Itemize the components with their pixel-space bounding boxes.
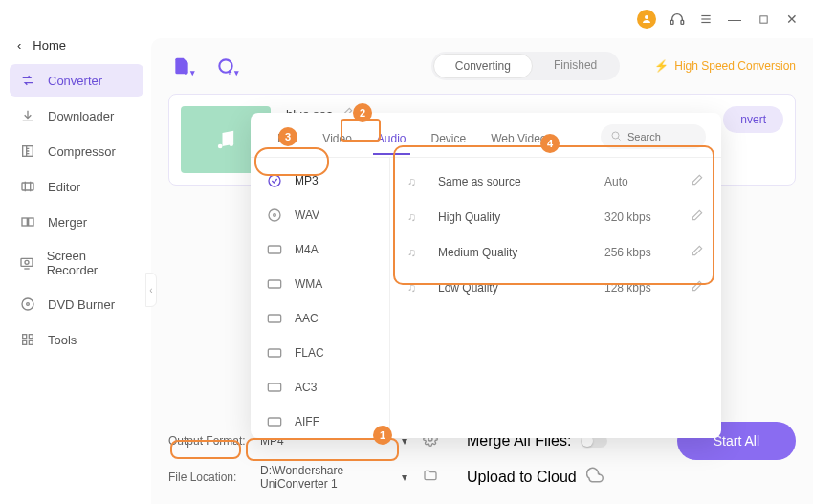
tools-icon — [19, 331, 36, 348]
user-avatar-icon[interactable] — [637, 10, 656, 29]
music-note-icon: ♫ — [407, 175, 425, 188]
sidebar-item-dvd-burner[interactable]: DVD Burner — [10, 288, 143, 320]
format-list: MP3 WAV M4A WMA AAC FLAC AC3 AIFF — [251, 158, 390, 438]
tab-finished[interactable]: Finished — [533, 54, 618, 78]
svg-rect-21 — [29, 340, 33, 344]
svg-point-24 — [230, 142, 234, 146]
svg-rect-20 — [23, 340, 27, 344]
svg-point-27 — [612, 132, 619, 139]
svg-rect-8 — [22, 183, 33, 190]
compressor-icon — [19, 142, 36, 160]
svg-rect-36 — [268, 383, 280, 391]
open-folder-icon[interactable] — [423, 468, 438, 487]
svg-rect-12 — [29, 218, 33, 226]
sidebar: ‹ Home Converter Downloader Compressor E… — [0, 38, 151, 504]
svg-point-30 — [269, 209, 280, 221]
sidebar-item-tools[interactable]: Tools — [10, 323, 143, 356]
tab-recent[interactable]: Rec — [266, 126, 309, 155]
music-note-icon: ♫ — [407, 281, 425, 295]
format-wav[interactable]: WAV — [251, 198, 389, 232]
sidebar-item-label: Tools — [48, 333, 77, 347]
svg-rect-32 — [268, 246, 280, 253]
sidebar-item-label: DVD Burner — [48, 297, 115, 312]
svg-point-0 — [645, 15, 648, 19]
svg-rect-11 — [22, 218, 27, 226]
edit-quality-icon[interactable] — [691, 279, 704, 296]
quality-same-as-source[interactable]: ♫ Same as source Auto — [390, 164, 721, 199]
cloud-icon[interactable] — [586, 467, 604, 488]
svg-point-23 — [218, 144, 223, 149]
close-button[interactable]: ✕ — [784, 11, 800, 27]
format-flac[interactable]: FLAC — [251, 336, 389, 370]
convert-button[interactable]: nvert — [723, 106, 783, 133]
sidebar-item-merger[interactable]: Merger — [10, 206, 143, 238]
svg-line-28 — [618, 138, 620, 140]
add-file-button[interactable]: + ▾ — [168, 53, 195, 79]
svg-point-31 — [274, 214, 276, 217]
sidebar-item-downloader[interactable]: Downloader — [10, 99, 143, 132]
sidebar-home[interactable]: ‹ Home — [10, 38, 143, 64]
svg-point-14 — [25, 260, 29, 264]
audio-format-icon — [266, 413, 283, 430]
maximize-button[interactable] — [756, 11, 771, 27]
search-icon — [610, 128, 622, 145]
audio-format-icon — [266, 207, 283, 224]
quality-medium[interactable]: ♫ Medium Quality 256 kbps — [390, 234, 721, 270]
add-disc-button[interactable]: + ▾ — [212, 53, 239, 79]
audio-format-icon — [266, 241, 283, 258]
download-icon — [19, 107, 36, 124]
sidebar-collapse-handle[interactable]: ‹ — [145, 273, 157, 307]
converter-icon — [19, 72, 36, 89]
tab-web-video[interactable]: Web Video — [479, 126, 558, 155]
svg-point-29 — [269, 175, 280, 186]
format-popup: Rec Video Audio Device Web Video MP3 WAV… — [251, 113, 721, 438]
svg-point-16 — [22, 298, 33, 310]
sidebar-item-screen-recorder[interactable]: Screen Recorder — [10, 241, 143, 285]
search-input[interactable] — [627, 131, 694, 142]
format-aac[interactable]: AAC — [251, 301, 389, 336]
sidebar-item-label: Merger — [48, 215, 87, 230]
sidebar-item-label: Editor — [48, 180, 80, 194]
high-speed-conversion-button[interactable]: ⚡ High Speed Conversion — [654, 59, 796, 73]
headset-icon[interactable] — [670, 11, 685, 27]
menu-icon[interactable] — [698, 11, 714, 27]
svg-rect-18 — [23, 335, 27, 339]
edit-quality-icon[interactable] — [691, 208, 704, 225]
tab-audio[interactable]: Audio — [365, 126, 418, 155]
segment-control: Converting Finished — [431, 52, 620, 80]
minimize-button[interactable]: — — [727, 11, 742, 27]
tab-video[interactable]: Video — [311, 126, 363, 155]
svg-rect-1 — [670, 20, 673, 24]
music-note-icon: ♫ — [407, 246, 425, 259]
editor-icon — [19, 178, 36, 195]
file-location-select[interactable]: D:\Wondershare UniConverter 1 ▾ — [260, 464, 413, 491]
sidebar-item-editor[interactable]: Editor — [10, 170, 143, 203]
format-m4a[interactable]: M4A — [251, 232, 389, 267]
sidebar-item-compressor[interactable]: Compressor — [10, 135, 143, 167]
quality-high[interactable]: ♫ High Quality 320 kbps — [390, 199, 721, 234]
svg-rect-2 — [681, 20, 684, 24]
format-aiff[interactable]: AIFF — [251, 405, 389, 438]
format-search[interactable] — [601, 124, 706, 149]
tab-converting[interactable]: Converting — [433, 54, 533, 78]
format-ac3[interactable]: AC3 — [251, 370, 389, 405]
svg-rect-35 — [268, 349, 280, 357]
tab-device[interactable]: Device — [420, 126, 478, 155]
svg-rect-6 — [759, 15, 766, 22]
svg-rect-34 — [268, 315, 280, 322]
format-wma[interactable]: WMA — [251, 267, 389, 301]
audio-format-icon — [266, 275, 283, 293]
chevron-down-icon: ▾ — [402, 471, 407, 484]
audio-format-icon — [266, 344, 283, 362]
output-format-label: Output Format: — [168, 434, 251, 448]
music-note-icon: ♫ — [407, 210, 425, 224]
format-mp3[interactable]: MP3 — [251, 164, 389, 198]
quality-low[interactable]: ♫ Low Quality 128 kbps — [390, 270, 721, 305]
sidebar-item-label: Downloader — [48, 109, 114, 123]
edit-quality-icon[interactable] — [691, 173, 704, 189]
screen-recorder-icon — [19, 254, 35, 272]
sidebar-item-converter[interactable]: Converter — [10, 64, 143, 97]
edit-quality-icon[interactable] — [691, 244, 704, 260]
svg-rect-33 — [268, 280, 280, 288]
lightning-icon: ⚡ — [654, 59, 669, 73]
